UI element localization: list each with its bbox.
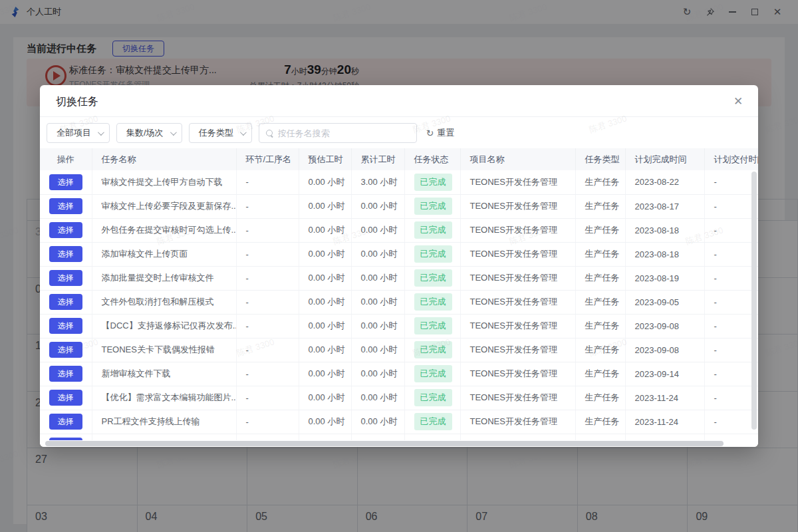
project-cell: TEONES开发任务管理 xyxy=(460,266,575,290)
plan_finish-cell: 2023-08-18 xyxy=(625,242,704,266)
stage-cell: - xyxy=(236,338,299,362)
name-cell: TEONES关卡下载偶发性报错 xyxy=(92,338,236,362)
plan_finish-cell: 2023-08-17 xyxy=(625,194,704,218)
action-cell: 选择 xyxy=(40,314,92,338)
screen: 个人工时 ↻ ✕ 当前进行中任务 切换任务 标准任务：审核文件提交上传甲方...… xyxy=(0,0,798,532)
accumulated-cell xyxy=(351,434,404,440)
table-header-row: 操作任务名称环节/工序名预估工时累计工时任务状态项目名称任务类型计划完成时间计划… xyxy=(40,148,758,170)
plan_deliver-cell: - xyxy=(704,194,758,218)
plan_finish-cell xyxy=(625,434,704,440)
accumulated-cell: 0.00 小时 xyxy=(351,290,404,314)
plan_finish-cell: 2023-11-24 xyxy=(625,386,704,410)
episode-filter-dropdown[interactable]: 集数/场次 xyxy=(116,123,182,143)
select-button[interactable]: 选择 xyxy=(49,246,82,262)
project-filter-dropdown[interactable]: 全部项目 xyxy=(47,123,110,143)
plan_deliver-cell: - xyxy=(704,170,758,194)
type-cell: 生产任务 xyxy=(575,314,625,338)
column-header: 操作 xyxy=(40,148,92,170)
accumulated-cell: 0.00 小时 xyxy=(351,338,404,362)
action-cell: 选择 xyxy=(40,170,92,194)
select-button[interactable]: 选择 xyxy=(49,270,82,286)
column-header: 任务名称 xyxy=(92,148,236,170)
project-cell: TEONES开发任务管理 xyxy=(460,218,575,242)
select-button[interactable]: 选择 xyxy=(49,222,82,238)
select-button[interactable]: 选择 xyxy=(49,294,82,310)
select-button[interactable]: 选择 xyxy=(49,318,82,334)
vertical-scrollbar[interactable] xyxy=(751,172,757,430)
type-filter-dropdown[interactable]: 任务类型 xyxy=(189,123,252,143)
plan_deliver-cell: - xyxy=(704,386,758,410)
column-header: 环节/工序名 xyxy=(236,148,299,170)
table-row: 选择【DCC】支持返修标记仅再次发布...-0.00 小时0.00 小时已完成T… xyxy=(40,314,758,338)
column-header: 累计工时 xyxy=(351,148,404,170)
project-filter-value: 全部项目 xyxy=(57,127,91,139)
action-cell: 选择 xyxy=(40,386,92,410)
table-row: 选择【优化】需求富文本编辑功能图片...-0.00 小时0.00 小时已完成TE… xyxy=(40,386,758,410)
plan_deliver-cell: - xyxy=(704,266,758,290)
name-cell: 审核文件提交上传甲方自动下载 xyxy=(92,170,236,194)
horizontal-scrollbar[interactable] xyxy=(45,441,724,446)
table-row: 选择添加审核文件上传页面-0.00 小时0.00 小时已完成TEONES开发任务… xyxy=(40,242,758,266)
select-button[interactable]: 选择 xyxy=(49,198,82,214)
action-cell: 选择 xyxy=(40,410,92,434)
project-cell: TEONES开发任务管理 xyxy=(460,338,575,362)
name-cell: 添加批量提交时上传审核文件 xyxy=(92,266,236,290)
plan_deliver-cell: - xyxy=(704,314,758,338)
estimated-cell: 0.00 小时 xyxy=(299,314,351,338)
reset-icon: ↻ xyxy=(426,128,434,138)
column-header: 计划交付时间 xyxy=(704,148,758,170)
task-search-input[interactable] xyxy=(278,128,410,138)
status-badge: 已完成 xyxy=(414,245,452,263)
select-button[interactable]: 选择 xyxy=(49,390,82,406)
type-cell: 生产任务 xyxy=(575,242,625,266)
status-badge: 已完成 xyxy=(414,317,452,334)
task-table: 操作任务名称环节/工序名预估工时累计工时任务状态项目名称任务类型计划完成时间计划… xyxy=(40,148,758,440)
close-dialog-icon[interactable]: ✕ xyxy=(730,93,746,109)
name-cell: 添加审核文件上传页面 xyxy=(92,242,236,266)
select-button[interactable]: 选择 xyxy=(49,342,82,358)
accumulated-cell: 0.00 小时 xyxy=(351,218,404,242)
project-cell: TEONES开发任务管理 xyxy=(460,242,575,266)
select-button[interactable]: 选择 xyxy=(49,414,82,430)
type-cell: 生产任务 xyxy=(575,386,625,410)
select-button[interactable]: 选择 xyxy=(49,174,82,190)
type-cell: 生产任务 xyxy=(575,194,625,218)
accumulated-cell: 0.00 小时 xyxy=(351,314,404,338)
status-badge: 已完成 xyxy=(414,221,452,239)
table-row: 选择文件外包取消打包和解压模式-0.00 小时0.00 小时已完成TEONES开… xyxy=(40,290,758,314)
type-cell: 生产任务 xyxy=(575,170,625,194)
stage-cell: - xyxy=(236,362,299,386)
plan_deliver-cell: - xyxy=(704,242,758,266)
estimated-cell: 0.00 小时 xyxy=(299,170,351,194)
type-cell: 生产任务 xyxy=(575,362,625,386)
name-cell: 新增审核文件下载 xyxy=(92,362,236,386)
task-search-box[interactable] xyxy=(259,123,417,143)
action-cell: 选择 xyxy=(40,266,92,290)
status-badge: 已完成 xyxy=(414,174,452,191)
estimated-cell: 0.00 小时 xyxy=(299,242,351,266)
reset-button[interactable]: ↻ 重置 xyxy=(426,127,455,139)
stage-cell: - xyxy=(236,290,299,314)
estimated-cell: 0.00 小时 xyxy=(299,362,351,386)
table-row: 选择新增审核文件下载-0.00 小时0.00 小时已完成TEONES开发任务管理… xyxy=(40,362,758,386)
name-cell: 【优化】需求富文本编辑功能图片... xyxy=(92,386,236,410)
select-button[interactable]: 选择 xyxy=(49,366,82,382)
name-cell: 外包任务在提交审核时可勾选上传... xyxy=(92,218,236,242)
status-badge: 已完成 xyxy=(414,413,452,430)
type-filter-value: 任务类型 xyxy=(199,127,233,139)
plan_finish-cell: 2023-11-24 xyxy=(625,410,704,434)
plan_deliver-cell: - xyxy=(704,290,758,314)
name-cell: 文件外包取消打包和解压模式 xyxy=(92,290,236,314)
project-cell: TEONES开发任务管理 xyxy=(460,362,575,386)
action-cell: 选择 xyxy=(40,434,92,440)
plan_deliver-cell: - xyxy=(704,338,758,362)
task-table-container: 操作任务名称环节/工序名预估工时累计工时任务状态项目名称任务类型计划完成时间计划… xyxy=(40,148,758,440)
action-cell: 选择 xyxy=(40,242,92,266)
status-cell: 已完成 xyxy=(404,170,460,194)
project-cell: TEONES开发任务管理 xyxy=(460,314,575,338)
project-cell: TEONES开发任务管理 xyxy=(460,170,575,194)
status-cell: 已完成 xyxy=(404,218,460,242)
estimated-cell: 0.00 小时 xyxy=(299,194,351,218)
chevron-down-icon xyxy=(98,129,104,136)
status-badge: 已完成 xyxy=(414,341,452,358)
